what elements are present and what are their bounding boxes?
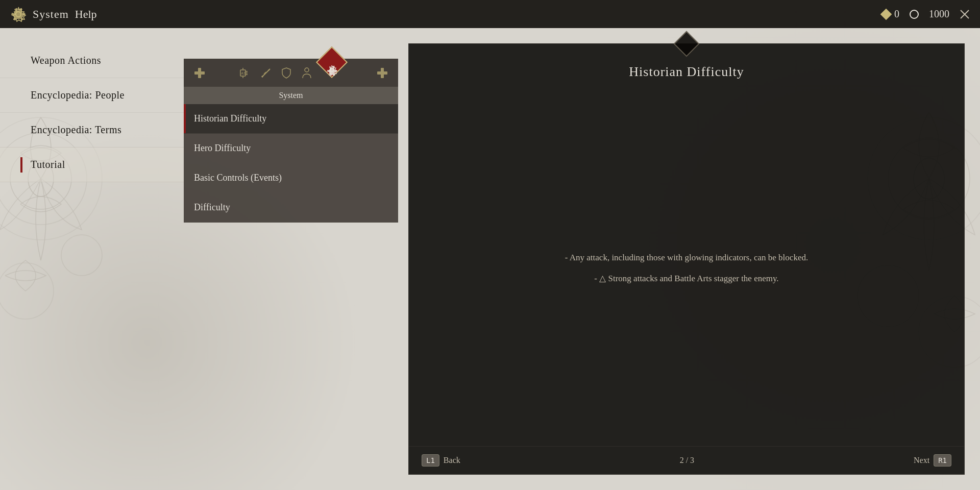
center-panel: AI [184,59,398,490]
tab-dpad-left[interactable] [191,65,208,81]
diamond-icon [880,8,892,20]
tab-icon-system-active[interactable] [319,59,345,87]
tab-icon-sword[interactable] [258,65,274,81]
top-bar-right: 0 1000 [882,8,970,20]
close-area [960,9,970,19]
back-button[interactable]: L1 Back [422,454,460,467]
menu-item-label: Hero Difficulty [194,143,251,153]
main-content: Weapon Actions Encyclopedia: People Ency… [0,28,980,490]
svg-rect-15 [194,71,205,75]
menu-item-basic-controls[interactable]: Basic Controls (Events) [184,163,398,193]
currency-gold: 1000 [929,8,949,20]
detail-line-2: - △ Strong attacks and Battle Arts stagg… [439,272,934,285]
circle-icon [910,10,919,19]
category-header: System [184,87,398,104]
page-indicator: 2 / 3 [680,456,694,465]
top-bar: System Help 0 1000 [0,0,980,28]
tab-dpad-right[interactable] [374,65,390,81]
top-system-label: System [33,8,69,21]
currency-diamond: 0 [882,8,899,20]
currency-circle [910,10,919,19]
top-bar-left: System Help [10,6,97,22]
sidebar-item-tutorial[interactable]: Tutorial [0,148,184,182]
back-label: Back [444,456,460,465]
gear-icon [10,6,27,22]
next-key-badge: R1 [934,454,951,467]
menu-item-label: Basic Controls (Events) [194,173,282,183]
top-help-label: Help [75,8,97,21]
sidebar-item-encyclopedia-people[interactable]: Encyclopedia: People [0,78,184,113]
menu-item-difficulty[interactable]: Difficulty [184,193,398,223]
tab-icons-inner: AI [237,59,345,87]
tab-icon-ai[interactable]: AI [237,65,254,81]
tab-icons-bar: AI [184,59,398,87]
tab-icon-person[interactable] [299,65,315,81]
menu-item-label: Historian Difficulty [194,113,266,124]
detail-footer: L1 Back 2 / 3 Next R1 [409,446,964,474]
sidebar: Weapon Actions Encyclopedia: People Ency… [0,28,184,490]
sidebar-item-encyclopedia-terms[interactable]: Encyclopedia: Terms [0,113,184,148]
tab-gear-icon [326,68,338,78]
category-label: System [279,91,303,100]
tab-icon-shield[interactable] [278,65,295,81]
detail-line-1: - Any attack, including those with glowi… [439,251,934,264]
detail-diamond-shape [674,31,700,57]
menu-item-label: Difficulty [194,202,230,212]
back-key-badge: L1 [422,454,439,467]
svg-line-25 [262,76,263,77]
svg-text:AI: AI [241,71,246,76]
next-button[interactable]: Next R1 [914,454,951,467]
currency1-value: 0 [894,8,899,20]
next-label: Next [914,456,929,465]
sidebar-item-weapon-actions[interactable]: Weapon Actions [0,43,184,78]
menu-item-hero[interactable]: Hero Difficulty [184,134,398,163]
detail-content: - Any attack, including those with glowi… [409,90,964,446]
svg-rect-30 [377,71,387,75]
menu-item-historian[interactable]: Historian Difficulty [184,104,398,134]
detail-diamond-decoration [677,35,696,53]
detail-panel: Historian Difficulty - Any attack, inclu… [408,43,965,475]
svg-point-27 [305,68,309,72]
menu-items-list: Historian Difficulty Hero Difficulty Bas… [184,104,398,223]
currency2-value: 1000 [929,8,949,20]
